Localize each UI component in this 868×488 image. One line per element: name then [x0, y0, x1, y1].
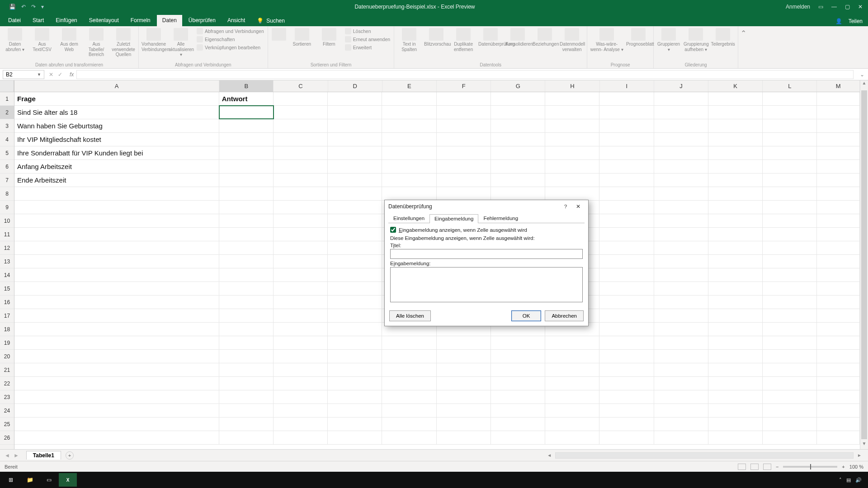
cell-E2[interactable] — [382, 106, 436, 119]
column-header-M[interactable]: M — [817, 80, 860, 92]
cell-D12[interactable] — [328, 241, 382, 254]
flash-fill-button[interactable]: Blitzvorschau — [424, 28, 448, 62]
cell-I17[interactable] — [599, 309, 654, 322]
cell-C19[interactable] — [274, 336, 328, 349]
cell-I1[interactable] — [599, 92, 654, 105]
cancel-formula-icon[interactable]: ✕ — [49, 71, 53, 78]
cell-L11[interactable] — [763, 228, 817, 241]
cell-B12[interactable] — [219, 241, 274, 254]
cell-M2[interactable] — [817, 106, 860, 119]
cell-L1[interactable] — [763, 92, 817, 105]
cell-A5[interactable]: Ihre Sonderrabatt für VIP Kunden liegt b… — [14, 146, 219, 160]
taskbar-excel[interactable]: X — [59, 473, 77, 487]
cell-H22[interactable] — [545, 377, 599, 390]
cell-K23[interactable] — [708, 390, 763, 404]
new-sheet-button[interactable]: + — [66, 451, 74, 460]
cell-M24[interactable] — [817, 404, 860, 417]
cell-D13[interactable] — [328, 255, 382, 268]
cell-G23[interactable] — [491, 390, 545, 404]
account-icon[interactable]: 👤 — [835, 18, 842, 24]
cell-A21[interactable] — [14, 363, 219, 376]
expand-formula-bar-icon[interactable]: ⌄ — [856, 71, 868, 78]
clear-filter-button[interactable]: Löschen — [344, 28, 391, 35]
dialog-tab-error-alert[interactable]: Fehlermeldung — [478, 214, 523, 223]
scroll-thumb[interactable] — [861, 90, 867, 439]
cell-K16[interactable] — [708, 296, 763, 309]
tab-file[interactable]: Datei — [3, 15, 26, 26]
cell-J6[interactable] — [654, 160, 708, 173]
data-validation-button[interactable]: Datenüberprüfung — [478, 28, 503, 62]
cell-B17[interactable] — [219, 309, 274, 322]
undo-icon[interactable]: ↶ — [21, 4, 26, 10]
cell-M8[interactable] — [817, 187, 860, 200]
cell-L10[interactable] — [763, 214, 817, 227]
cell-J19[interactable] — [654, 336, 708, 349]
cell-C6[interactable] — [274, 160, 328, 173]
row-header-5[interactable]: 5 — [0, 146, 14, 160]
next-sheet-icon[interactable]: ► — [14, 452, 19, 459]
cell-I12[interactable] — [599, 241, 654, 254]
cell-K1[interactable] — [708, 92, 763, 105]
tab-view[interactable]: Ansicht — [222, 15, 250, 26]
cell-L20[interactable] — [763, 350, 817, 363]
cell-J23[interactable] — [654, 390, 708, 404]
cell-K13[interactable] — [708, 255, 763, 268]
cell-K11[interactable] — [708, 228, 763, 241]
zoom-level[interactable]: 100 % — [849, 464, 863, 469]
from-text-csv-button[interactable]: Aus Text/CSV — [30, 28, 54, 62]
cell-A20[interactable] — [14, 350, 219, 363]
cell-L7[interactable] — [763, 174, 817, 187]
cell-L25[interactable] — [763, 418, 817, 431]
cell-F7[interactable] — [437, 174, 491, 187]
cell-K24[interactable] — [708, 404, 763, 417]
manage-data-model-button[interactable]: Datenmodell verwalten — [560, 28, 584, 62]
cell-F19[interactable] — [437, 336, 491, 349]
cell-C23[interactable] — [274, 390, 328, 404]
cell-C2[interactable] — [274, 106, 328, 119]
column-header-F[interactable]: F — [437, 80, 491, 92]
cell-J3[interactable] — [654, 119, 708, 132]
cell-C8[interactable] — [274, 187, 328, 200]
cell-F23[interactable] — [437, 390, 491, 404]
cell-F5[interactable] — [437, 146, 491, 160]
cell-K14[interactable] — [708, 268, 763, 282]
cell-K12[interactable] — [708, 241, 763, 254]
cell-B4[interactable] — [219, 133, 274, 146]
cell-E23[interactable] — [382, 390, 436, 404]
cell-K6[interactable] — [708, 160, 763, 173]
cell-E1[interactable] — [382, 92, 436, 105]
cell-G5[interactable] — [491, 146, 545, 160]
cell-B13[interactable] — [219, 255, 274, 268]
cell-E20[interactable] — [382, 350, 436, 363]
get-data-button[interactable]: Daten abrufen ▾ — [3, 28, 27, 62]
cell-I8[interactable] — [599, 187, 654, 200]
row-header-16[interactable]: 16 — [0, 296, 14, 309]
reapply-filter-button[interactable]: Erneut anwenden — [344, 36, 391, 43]
cell-L12[interactable] — [763, 241, 817, 254]
cell-E5[interactable] — [382, 146, 436, 160]
row-header-23[interactable]: 23 — [0, 390, 14, 404]
cell-F8[interactable] — [437, 187, 491, 200]
cell-A6[interactable]: Anfang Arbeitszeit — [14, 160, 219, 173]
cell-A3[interactable]: Wann haben Sie Geburtstag — [14, 119, 219, 132]
cell-A18[interactable] — [14, 323, 219, 336]
cell-J7[interactable] — [654, 174, 708, 187]
sort-az-button[interactable] — [271, 28, 287, 62]
cell-C4[interactable] — [274, 133, 328, 146]
row-header-8[interactable]: 8 — [0, 187, 14, 201]
cell-H25[interactable] — [545, 418, 599, 431]
existing-connections-button[interactable]: Vorhandene Verbindungen — [142, 28, 166, 62]
cell-D17[interactable] — [328, 309, 382, 322]
cell-E7[interactable] — [382, 174, 436, 187]
relationships-button[interactable]: Beziehungen — [533, 28, 557, 62]
cell-B15[interactable] — [219, 282, 274, 295]
cell-I9[interactable] — [599, 201, 654, 214]
cell-J8[interactable] — [654, 187, 708, 200]
cell-I21[interactable] — [599, 363, 654, 376]
cell-C7[interactable] — [274, 174, 328, 187]
dialog-close-button[interactable]: ✕ — [572, 203, 585, 210]
cell-L13[interactable] — [763, 255, 817, 268]
cell-C3[interactable] — [274, 119, 328, 132]
cell-L6[interactable] — [763, 160, 817, 173]
cell-G25[interactable] — [491, 418, 545, 431]
